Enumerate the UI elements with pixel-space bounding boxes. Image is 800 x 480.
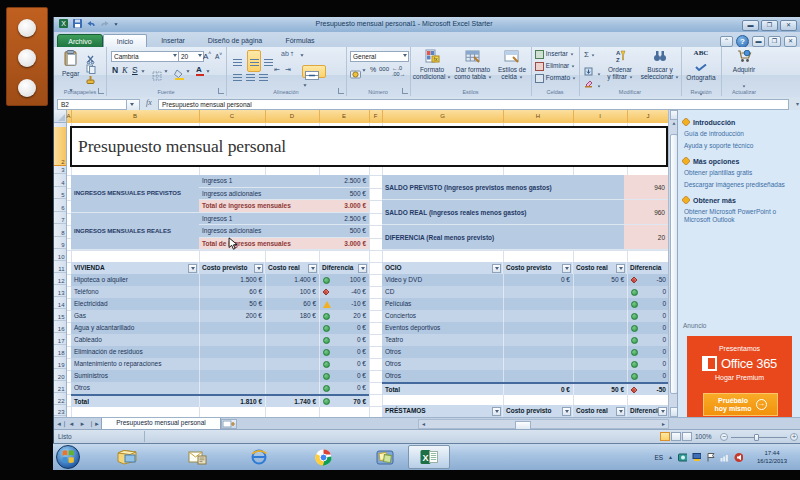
tray-update-icon[interactable] <box>692 452 701 462</box>
vivienda-row[interactable]: Suministros 0 € <box>71 370 369 382</box>
costo-previsto-header[interactable]: Costo previsto <box>199 262 265 274</box>
conditional-format-button[interactable]: fx Formatocondicional <box>412 49 452 80</box>
first-sheet-icon[interactable]: ◄❘ <box>56 420 65 428</box>
row-header-19[interactable]: 19 <box>54 357 66 369</box>
sheet-grid[interactable]: 234567891011121314151617181920212223 Pre… <box>54 123 669 417</box>
ocio-total-row[interactable]: Total 0 € 50 € -50 <box>382 382 669 395</box>
diferencia-header[interactable]: Diferencia <box>627 262 669 274</box>
vivienda-row[interactable]: Cableado 0 € <box>71 334 369 346</box>
start-button[interactable] <box>56 445 80 469</box>
restore-button[interactable]: ❐ <box>761 20 778 31</box>
taskbar-excel-button[interactable]: X <box>408 445 450 469</box>
orientation-dd-icon[interactable] <box>300 54 303 56</box>
fx-icon[interactable]: fx <box>142 98 156 107</box>
font-color-icon[interactable]: A <box>196 65 202 74</box>
format-cells-button[interactable]: Formato <box>535 74 576 83</box>
zoom-out-icon[interactable]: − <box>720 433 728 441</box>
vivienda-header[interactable]: VIVIENDA <box>71 262 199 274</box>
vivienda-row[interactable]: Gas 200 € 180 € 20 € <box>71 310 369 322</box>
row-header-16[interactable]: 16 <box>54 321 66 333</box>
taskpane-link[interactable]: Descargar imágenes prediseñadas <box>684 181 796 189</box>
col-header-D[interactable]: D <box>265 110 320 122</box>
autosum-button[interactable]: Σ <box>584 50 595 59</box>
col-header-H[interactable]: H <box>503 110 574 122</box>
shrink-font-icon[interactable]: A˅ <box>215 51 222 60</box>
tab-formulas[interactable]: Fórmulas <box>274 34 326 47</box>
decrease-indent-icon[interactable]: ⇤ <box>274 66 280 74</box>
ocio-row[interactable]: CD 0 <box>382 286 669 298</box>
tray-volume-icon[interactable] <box>734 452 743 462</box>
row-header-12[interactable]: 12 <box>54 273 66 285</box>
ingresos-row[interactable]: Ingresos 1 2.500 € <box>199 175 369 188</box>
vivienda-total-row[interactable]: Total 1.810 € 1.740 € 70 € <box>71 394 369 407</box>
row-header-9[interactable]: 9 <box>54 237 66 250</box>
font-size-combo[interactable]: 20 <box>178 51 204 62</box>
col-header-G[interactable]: G <box>382 110 504 122</box>
vivienda-row[interactable]: Hipoteca o alquiler 1.500 € 1.400 € 100 … <box>71 274 369 286</box>
col-header-E[interactable]: E <box>319 110 370 122</box>
doc-restore-button[interactable]: ❐ <box>768 36 781 47</box>
underline-dd-icon[interactable] <box>141 70 144 72</box>
horizontal-scrollbar[interactable]: ◄ ► <box>418 419 669 429</box>
tray-expand-icon[interactable]: ▲ <box>668 454 673 460</box>
ingresos-row[interactable]: Ingresos adicionales 500 € <box>199 188 369 201</box>
row-header-6[interactable]: 6 <box>54 199 66 212</box>
bold-button[interactable]: N <box>112 65 118 75</box>
taskpane-link[interactable]: Guía de introducción <box>684 130 796 138</box>
decrease-decimal-icon[interactable]: .00→ <box>392 70 405 79</box>
row-header-18[interactable]: 18 <box>54 345 66 357</box>
formula-expand-icon[interactable]: ▾ <box>796 100 799 107</box>
vivienda-row[interactable]: Mantenimiento o reparaciones 0 € <box>71 358 369 370</box>
tray-network-icon[interactable] <box>720 452 729 462</box>
taskbar-explorer-button[interactable] <box>105 445 149 469</box>
filter-dd-icon[interactable] <box>562 407 571 416</box>
diferencia-header[interactable]: Diferencia <box>319 262 369 274</box>
prev-sheet-icon[interactable]: ◄ <box>67 420 76 428</box>
scroll-left-icon[interactable]: ◄ <box>421 421 426 428</box>
ingresos-row[interactable]: Total de ingresos mensuales 3.000 € <box>199 238 369 251</box>
minimize-button[interactable]: ▬ <box>742 20 759 31</box>
row-header-21[interactable]: 21 <box>54 381 66 393</box>
costo-real-header[interactable]: Costo real <box>573 262 627 274</box>
ocio-row[interactable]: Teatro 0 <box>382 334 669 346</box>
saldo-row[interactable]: DIFERENCIA (Real menos previsto) 20 <box>382 225 669 250</box>
close-button[interactable]: ✕ <box>780 20 797 31</box>
ingresos-previstos-label[interactable]: INGRESOS MENSUALES PREVISTOS <box>71 175 199 213</box>
row-header-5[interactable]: 5 <box>54 187 66 200</box>
align-center-icon[interactable] <box>246 67 255 85</box>
cell-styles-button[interactable]: Estilos decelda <box>494 49 530 80</box>
tab-diseno[interactable]: Diseño de página <box>199 34 271 47</box>
zoom-track[interactable] <box>731 437 787 438</box>
orientation-icon[interactable]: ab↗ <box>281 50 294 57</box>
row-header-15[interactable]: 15 <box>54 309 66 321</box>
number-format-combo[interactable]: General <box>350 51 409 62</box>
ocio-row[interactable]: Eventos deportivos 0 <box>382 322 669 334</box>
borders-dd-icon[interactable] <box>164 70 167 72</box>
ocio-row[interactable]: Películas 0 <box>382 298 669 310</box>
row-header-22[interactable]: 22 <box>54 393 66 405</box>
thousands-button[interactable]: 000 <box>379 65 389 74</box>
find-select-button[interactable]: Buscar yseleccionar <box>640 49 680 80</box>
filter-dd-icon[interactable] <box>358 264 367 273</box>
col-header-C[interactable]: C <box>199 110 266 122</box>
view-normal-button[interactable] <box>660 432 670 441</box>
vivienda-row[interactable]: Electricidad 50 € 60 € -10 € <box>71 298 369 310</box>
formula-input[interactable]: Presupuesto mensual personal <box>158 99 789 110</box>
row-header-23[interactable]: 23 <box>54 405 66 416</box>
currency-dd-icon[interactable] <box>362 69 365 71</box>
filter-dd-icon[interactable] <box>188 264 197 273</box>
filter-dd-icon[interactable] <box>616 407 625 416</box>
grow-font-icon[interactable]: A˄ <box>203 50 211 61</box>
delete-cells-button[interactable]: Eliminar <box>535 62 575 71</box>
tray-clock[interactable]: 17:44 16/12/2013 <box>748 449 792 465</box>
zoom-in-icon[interactable]: + <box>790 433 798 441</box>
col-header-J[interactable]: J <box>627 110 669 122</box>
tray-media-icon[interactable] <box>678 452 687 462</box>
acquire-button[interactable]: Adquirir <box>725 49 763 92</box>
ocio-row[interactable]: Otros 0 <box>382 370 669 382</box>
taskbar-photos-button[interactable] <box>363 445 407 469</box>
filter-dd-icon[interactable] <box>616 264 625 273</box>
taskpane-link[interactable]: Obtener Microsoft PowerPoint o Microsoft… <box>684 208 796 223</box>
dialog-launcher-icon[interactable] <box>402 88 408 94</box>
office365-ad[interactable]: Presentamos Office 365 Hogar Premium Pru… <box>687 336 792 421</box>
